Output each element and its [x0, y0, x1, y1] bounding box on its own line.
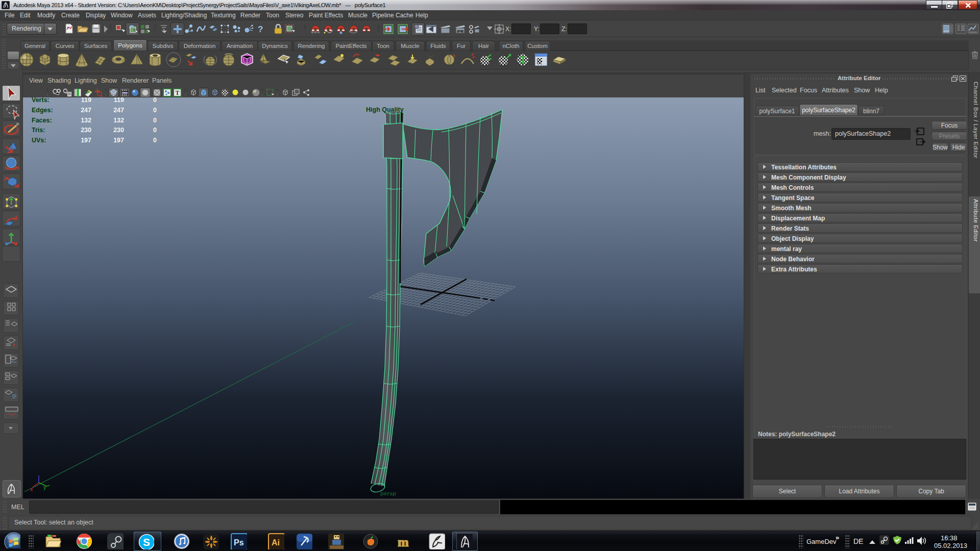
svg-text:IPR: IPR	[457, 29, 464, 34]
svg-text:0: 0	[153, 97, 157, 104]
svg-text:Faces:: Faces:	[32, 117, 52, 124]
svg-text:m: m	[398, 535, 409, 549]
svg-text:T: T	[176, 89, 180, 96]
svg-text:230: 230	[81, 127, 91, 134]
svg-text:High Quality: High Quality	[366, 106, 404, 113]
svg-text:132: 132	[81, 117, 91, 124]
svg-text:UVs:: UVs:	[32, 137, 46, 144]
svg-text:197: 197	[81, 137, 91, 144]
svg-text:y: y	[43, 484, 46, 490]
svg-text:230: 230	[113, 127, 124, 134]
svg-text:119: 119	[114, 97, 124, 104]
svg-text:119: 119	[81, 97, 91, 104]
svg-text:S: S	[143, 536, 150, 548]
svg-text:0: 0	[153, 117, 157, 124]
svg-text:Edges:: Edges:	[32, 107, 53, 114]
svg-text:Verts:: Verts:	[32, 97, 50, 104]
svg-text:197: 197	[113, 137, 124, 144]
svg-text:Tris:: Tris:	[32, 127, 45, 134]
svg-text:0: 0	[153, 127, 157, 134]
svg-text:247: 247	[81, 107, 91, 114]
svg-text:247: 247	[113, 107, 124, 114]
svg-text:?: ?	[258, 24, 263, 34]
svg-text:0: 0	[153, 107, 157, 114]
svg-text:0: 0	[153, 137, 157, 144]
svg-text:Ai: Ai	[272, 538, 280, 547]
svg-text:Ps: Ps	[234, 538, 244, 547]
svg-text:persp: persp	[380, 490, 396, 496]
svg-text:x: x	[30, 486, 33, 492]
svg-text:132: 132	[113, 117, 124, 124]
